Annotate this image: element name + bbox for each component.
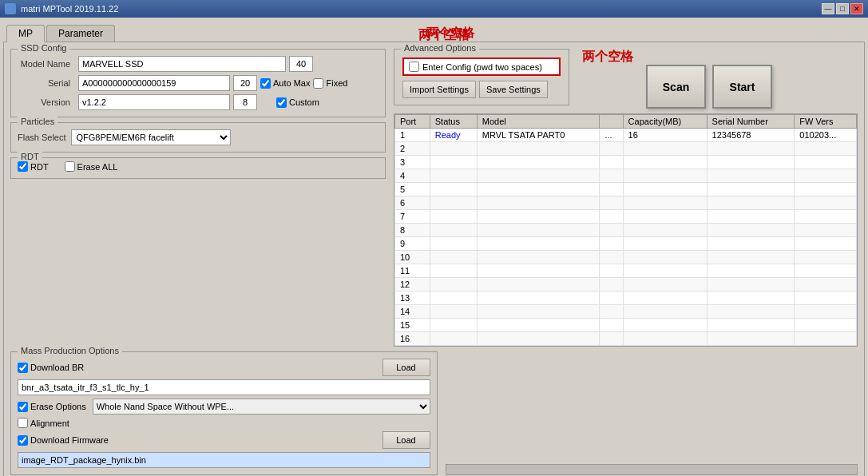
right-panel: Advanced Options 两个空格 Enter Config (pwd … xyxy=(394,49,858,347)
advanced-options-group: Advanced Options 两个空格 Enter Config (pwd … xyxy=(394,49,569,105)
title-bar-left: matri MPTool 2019.11.22 xyxy=(5,3,118,14)
download-fw-checkbox[interactable] xyxy=(18,435,28,446)
col-model: Model xyxy=(477,115,600,129)
window-body: MP Parameter SSD Config Model Name xyxy=(0,18,868,476)
title-bar-controls: — □ ✕ xyxy=(822,3,863,14)
version-input[interactable] xyxy=(78,94,230,110)
tab-parameter[interactable]: Parameter xyxy=(46,25,115,42)
model-num[interactable] xyxy=(289,56,313,72)
serial-num[interactable] xyxy=(233,75,257,91)
download-br-label[interactable]: Download BR xyxy=(18,363,84,373)
alignment-checkbox[interactable] xyxy=(18,418,28,428)
rdt-checkbox-label[interactable]: RDT xyxy=(18,161,49,172)
ssd-config-title: SSD Config xyxy=(18,43,69,53)
col-dots xyxy=(600,115,623,129)
model-input[interactable] xyxy=(78,56,286,72)
col-serial: Serial Number xyxy=(707,115,795,129)
save-settings-button[interactable]: Save Settings xyxy=(479,81,548,98)
table-row: 14 xyxy=(395,305,857,319)
alignment-row: Alignment xyxy=(18,418,430,428)
table-row: 13 xyxy=(395,292,857,305)
maximize-button[interactable]: □ xyxy=(836,3,849,14)
serial-row: Serial Auto Max Fixed xyxy=(18,75,379,91)
br-file-input[interactable] xyxy=(18,379,430,395)
fixed-label[interactable]: Fixed xyxy=(313,78,347,89)
erase-options-label[interactable]: Erase Options xyxy=(18,402,86,412)
load-fw-button[interactable]: Load xyxy=(382,431,430,449)
enter-config-row: Enter Config (pwd two spaces) xyxy=(402,58,561,76)
version-row: Version Custom xyxy=(18,94,379,110)
download-fw-label[interactable]: Download Firmware xyxy=(18,435,109,446)
device-table: Port Status Model Capacity(MB) Serial Nu… xyxy=(394,114,857,346)
table-area: Port Status Model Capacity(MB) Serial Nu… xyxy=(394,113,858,347)
progress-bar xyxy=(446,464,858,475)
model-name-row: Model Name xyxy=(18,56,379,72)
erase-options-row: Erase Options Whole Nand Space Without W… xyxy=(18,399,430,415)
particles-title: Particles xyxy=(18,117,57,126)
auto-max-label[interactable]: Auto Max xyxy=(260,78,310,89)
load-br-button[interactable]: Load xyxy=(382,359,430,376)
col-fw: FW Vers xyxy=(795,115,857,129)
table-row: 12 xyxy=(395,278,857,292)
erase-options-select[interactable]: Whole Nand Space Without WPE... xyxy=(93,399,430,415)
particles-group: Particles Flash Select QFG8PEM/EM6R face… xyxy=(10,122,386,153)
erase-options-checkbox[interactable] xyxy=(18,402,28,412)
progress-area xyxy=(446,351,858,475)
annotation-area: 两个空格 xyxy=(582,49,633,65)
download-br-row: Download BR Load xyxy=(18,359,430,376)
erase-all-checkbox[interactable] xyxy=(65,161,75,172)
flash-select-label: Flash Select xyxy=(18,133,66,142)
col-capacity: Capacity(MB) xyxy=(623,115,707,129)
table-row: 7 xyxy=(395,210,857,224)
table-row: 15 xyxy=(395,319,857,332)
scan-button[interactable]: Scan xyxy=(646,65,706,109)
start-button[interactable]: Start xyxy=(712,65,772,109)
enter-config-label: Enter Config (pwd two spaces) xyxy=(422,62,542,72)
table-row: 9 xyxy=(395,237,857,251)
rdt-group: RDT RDT Erase ALL xyxy=(10,157,386,179)
table-row: 8 xyxy=(395,224,857,237)
table-row: 6 xyxy=(395,196,857,210)
model-label: Model Name xyxy=(18,59,75,69)
version-label: Version xyxy=(18,97,75,107)
alignment-label[interactable]: Alignment xyxy=(18,418,69,428)
particles-row: Flash Select QFG8PEM/EM6R facelift xyxy=(18,129,379,145)
erase-all-label[interactable]: Erase ALL xyxy=(65,161,118,172)
table-row: 3 xyxy=(395,156,857,169)
advanced-options-title: Advanced Options xyxy=(401,43,479,53)
table-row: 4 xyxy=(395,169,857,183)
custom-label[interactable]: Custom xyxy=(276,97,319,108)
enter-config-checkbox[interactable] xyxy=(409,61,419,72)
advanced-options-area: Advanced Options 两个空格 Enter Config (pwd … xyxy=(394,49,858,109)
main-panel: SSD Config Model Name Serial xyxy=(3,42,865,476)
fixed-checkbox[interactable] xyxy=(313,78,323,89)
import-settings-button[interactable]: Import Settings xyxy=(402,81,476,98)
auto-max-checkbox[interactable] xyxy=(260,78,271,89)
mass-prod-title: Mass Production Options xyxy=(18,346,122,355)
minimize-button[interactable]: — xyxy=(822,3,834,14)
table-row: 1ReadyMRVL TSATA PART0...161234567801020… xyxy=(395,129,857,142)
rdt-title: RDT xyxy=(18,152,42,161)
table-row: 2 xyxy=(395,142,857,156)
top-section: SSD Config Model Name Serial xyxy=(10,49,858,347)
serial-label: Serial xyxy=(18,78,75,88)
settings-row: Import Settings Save Settings xyxy=(402,81,561,98)
flash-select[interactable]: QFG8PEM/EM6R facelift xyxy=(71,129,231,145)
close-button[interactable]: ✕ xyxy=(850,3,863,14)
tab-mp[interactable]: MP xyxy=(6,25,45,42)
fw-file-input[interactable] xyxy=(18,452,430,468)
custom-checkbox[interactable] xyxy=(276,97,287,108)
bottom-area: Mass Production Options Download BR Load xyxy=(10,351,858,475)
title-bar: matri MPTool 2019.11.22 — □ ✕ xyxy=(0,0,868,18)
download-br-checkbox[interactable] xyxy=(18,363,28,373)
version-num[interactable] xyxy=(233,94,257,110)
scan-start-row: Scan Start xyxy=(646,65,772,109)
serial-input[interactable] xyxy=(78,75,230,91)
table-row: 16 xyxy=(395,332,857,346)
table-row: 11 xyxy=(395,264,857,278)
table-row: 5 xyxy=(395,183,857,196)
app-title: matri MPTool 2019.11.22 xyxy=(21,4,118,14)
br-file-row xyxy=(18,379,430,395)
rdt-checkbox[interactable] xyxy=(18,161,28,172)
chinese-text: 两个空格 xyxy=(582,49,633,65)
